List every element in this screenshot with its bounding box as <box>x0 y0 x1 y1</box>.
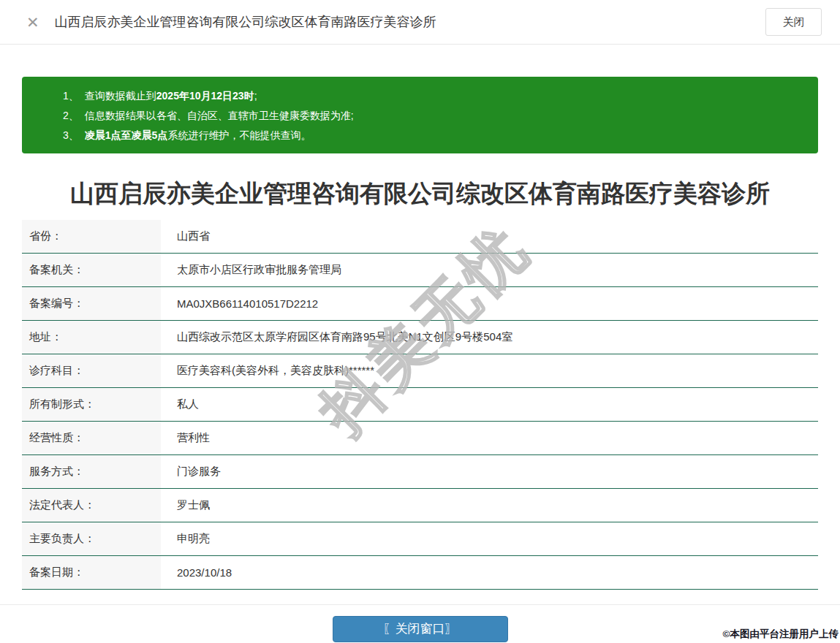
notice-line: 1、查询数据截止到2025年10月12日23时; <box>63 86 803 106</box>
table-row: 备案编号：MA0JXB66114010517D2212 <box>22 287 818 321</box>
row-value: 罗士佩 <box>161 489 818 522</box>
row-label: 所有制形式： <box>22 388 161 421</box>
close-x-icon[interactable]: ✕ <box>26 15 39 30</box>
notice-text-segment: 凌晨1点至凌晨5点 <box>85 129 168 141</box>
row-label: 主要负责人： <box>22 522 161 555</box>
page-title: 山西启辰亦美企业管理咨询有限公司综改区体育南路医疗美容诊所 <box>0 178 840 210</box>
row-value: 申明亮 <box>161 522 818 555</box>
row-label: 备案编号： <box>22 287 161 320</box>
row-value: 医疗美容科(美容外科，美容皮肤科)****** <box>161 354 818 387</box>
table-row: 所有制形式：私人 <box>22 388 818 422</box>
close-window-button[interactable]: 〖关闭窗口〗 <box>333 616 508 642</box>
row-value: 私人 <box>161 388 818 421</box>
row-value: 营利性 <box>161 422 818 454</box>
row-value: 山西综改示范区太原学府园区体育南路95号北美N1文创区9号楼504室 <box>161 321 818 354</box>
notice-text-segment: 信息数据结果以各省、自治区、直辖市卫生健康委数据为准; <box>85 110 354 121</box>
button-row: 〖关闭窗口〗 <box>0 616 840 642</box>
notice-text-segment: 查询数据截止到 <box>85 90 156 102</box>
notice-line: 3、凌晨1点至凌晨5点系统进行维护，不能提供查询。 <box>63 126 803 145</box>
row-label: 服务方式： <box>22 455 161 488</box>
notice-box: 1、查询数据截止到2025年10月12日23时;2、信息数据结果以各省、自治区、… <box>22 77 818 153</box>
row-label: 法定代表人： <box>22 489 161 522</box>
detail-table: 省份：山西省备案机关：太原市小店区行政审批服务管理局备案编号：MA0JXB661… <box>22 220 818 590</box>
table-row: 诊疗科目：医疗美容科(美容外科，美容皮肤科)****** <box>22 354 818 388</box>
table-row: 备案机关：太原市小店区行政审批服务管理局 <box>22 254 818 287</box>
notice-text-segment: 2025年10月12日23时 <box>156 90 254 102</box>
table-row: 省份：山西省 <box>22 220 818 254</box>
row-label: 诊疗科目： <box>22 354 161 387</box>
notice-line-number: 3、 <box>63 129 79 141</box>
close-button[interactable]: 关闭 <box>765 8 822 36</box>
notice-text-segment: ; <box>254 90 257 102</box>
notice-text-segment: 系统进行维护，不能提供查询。 <box>167 129 311 141</box>
table-row: 经营性质：营利性 <box>22 422 818 455</box>
panel-divider <box>0 604 840 605</box>
table-row: 主要负责人：申明亮 <box>22 522 818 556</box>
row-value: 山西省 <box>161 220 818 253</box>
row-label: 备案机关： <box>22 254 161 286</box>
row-label: 经营性质： <box>22 422 161 454</box>
table-row: 地址：山西综改示范区太原学府园区体育南路95号北美N1文创区9号楼504室 <box>22 321 818 354</box>
row-value: MA0JXB66114010517D2212 <box>161 287 818 320</box>
row-value: 门诊服务 <box>161 455 818 488</box>
notice-line: 2、信息数据结果以各省、自治区、直辖市卫生健康委数据为准; <box>63 106 803 126</box>
notice-line-number: 1、 <box>63 90 79 102</box>
header-title: 山西启辰亦美企业管理咨询有限公司综改区体育南路医疗美容诊所 <box>55 13 436 31</box>
row-label: 地址： <box>22 321 161 354</box>
row-value: 2023/10/18 <box>161 556 818 589</box>
table-row: 服务方式：门诊服务 <box>22 455 818 489</box>
row-label: 备案日期： <box>22 556 161 589</box>
table-row: 法定代表人：罗士佩 <box>22 489 818 522</box>
notice-list: 1、查询数据截止到2025年10月12日23时;2、信息数据结果以各省、自治区、… <box>63 86 803 145</box>
row-value: 太原市小店区行政审批服务管理局 <box>161 254 818 286</box>
header-bar: ✕ 山西启辰亦美企业管理咨询有限公司综改区体育南路医疗美容诊所 关闭 <box>0 0 840 45</box>
credit-watermark: ©本图由平台注册用户上传 <box>723 628 839 641</box>
row-label: 省份： <box>22 220 161 253</box>
table-row: 备案日期：2023/10/18 <box>22 556 818 590</box>
notice-line-number: 2、 <box>63 110 79 121</box>
